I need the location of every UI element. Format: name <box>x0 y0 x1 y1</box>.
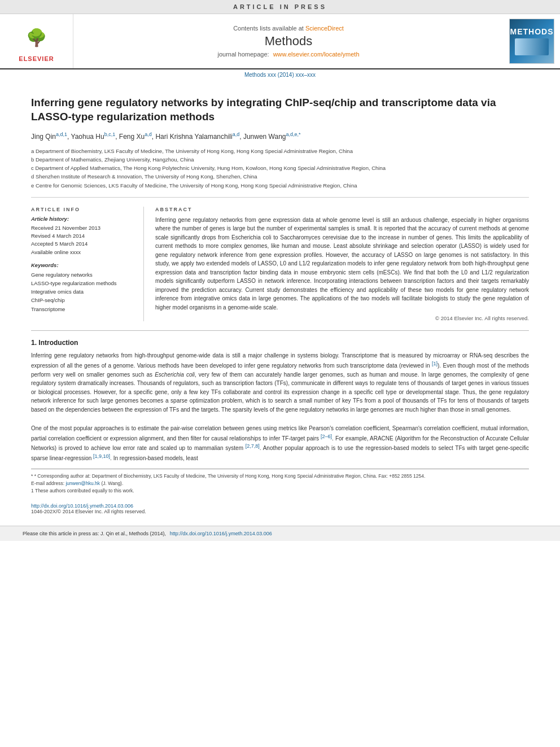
doi-link[interactable]: http://dx.doi.org/10.1016/j.ymeth.2014.0… <box>31 503 133 509</box>
revised-date: Revised 4 March 2014 <box>31 232 134 240</box>
journal-homepage: journal homepage: www.elsevier.com/locat… <box>217 51 359 58</box>
homepage-url: www.elsevier.com/locate/ymeth <box>273 51 360 58</box>
abstract-text: Inferring gene regulatory networks from … <box>155 216 529 312</box>
intro-paragraph-2: One of the most popular approaches is to… <box>31 424 529 463</box>
author-yaohua-hu: Yaohua Hub,c,1, <box>71 133 119 141</box>
ref-1-9-10: [1,9,10] <box>93 453 110 459</box>
footnote-email-line: E-mail address: junwen@hku.hk (J. Wang). <box>31 480 529 487</box>
keywords-label: Keywords: <box>31 262 134 268</box>
bottom-doi-link: http://dx.doi.org/10.1016/j.ymeth.2014.0… <box>31 503 529 509</box>
main-content: Inferring gene regulatory networks by in… <box>0 79 560 526</box>
author-feng-xu: Feng Xua,d, <box>119 133 156 141</box>
affiliation-a: a Department of Biochemistry, LKS Facult… <box>31 147 529 155</box>
ref-2-7-8: [2,7,8] <box>246 443 260 449</box>
copyright-line: © 2014 Elsevier Inc. All rights reserved… <box>155 315 529 321</box>
article-history-label: Article history: <box>31 216 134 222</box>
author-hari-krishna: Hari Krishna Yalamanchilia,d, <box>155 133 243 141</box>
author-jing-qin: Jing Qina,d,1, <box>31 133 71 141</box>
footnote-email-link[interactable]: junwen@hku.hk <box>65 480 100 486</box>
article-title: Inferring gene regulatory networks by in… <box>31 96 529 124</box>
keyword-2: LASSO-type regularization methods <box>31 279 134 287</box>
cite-bar: Please cite this article in press as: J.… <box>0 526 560 541</box>
abstract-section-label: ABSTRACT <box>155 207 529 212</box>
homepage-label: journal homepage: <box>217 51 269 58</box>
abstract-column: ABSTRACT Inferring gene regulatory netwo… <box>155 207 529 322</box>
elsevier-logo-area: 🌳 ELSEVIER <box>0 14 73 68</box>
header-area: 🌳 ELSEVIER Contents lists available at S… <box>0 14 560 69</box>
bottom-issn: 1046-202X/© 2014 Elsevier Inc. All right… <box>31 509 529 514</box>
footnote-corresponding-text: * Corresponding author at: Department of… <box>34 473 426 479</box>
tree-icon: 🌳 <box>26 28 47 47</box>
keyword-3: Integrative omics data <box>31 287 134 296</box>
section-divider <box>31 330 529 331</box>
article-info-column: ARTICLE INFO Article history: Received 2… <box>31 207 144 322</box>
available-online: Available online xxxx <box>31 248 134 256</box>
intro-paragraph-1: Inferring gene regulatory networks from … <box>31 351 529 414</box>
cite-bar-text: Please cite this article in press as: J.… <box>23 531 166 536</box>
footnote-area: * * Corresponding author at: Department … <box>31 469 529 494</box>
introduction-heading: 1. Introduction <box>31 339 529 347</box>
author-junwen-wang: Junwen Wanga,d,e,* <box>243 133 301 141</box>
banner-text: ARTICLE IN PRESS <box>233 3 327 10</box>
authors-line: Jing Qina,d,1, Yaohua Hub,c,1, Feng Xua,… <box>31 130 529 142</box>
ref-1: [1] <box>432 361 438 366</box>
keyword-1: Gene regulatory networks <box>31 270 134 279</box>
logo-image: 🌳 <box>11 20 62 54</box>
contents-label: Contents lists available at <box>233 25 304 32</box>
keyword-5: Transcriptome <box>31 305 134 313</box>
doi-line: Methods xxx (2014) xxx–xxx <box>0 69 560 79</box>
affiliations: a Department of Biochemistry, LKS Facult… <box>31 147 529 198</box>
methods-cover: METHODS <box>509 19 554 64</box>
affiliation-d: d Shenzhen Institute of Research & Innov… <box>31 173 529 181</box>
footnote-corresponding: * * Corresponding author at: Department … <box>31 473 529 480</box>
elsevier-wordmark: ELSEVIER <box>19 55 54 62</box>
affiliation-e: e Centre for Genomic Sciences, LKS Facul… <box>31 182 529 190</box>
introduction-section: 1. Introduction Inferring gene regulator… <box>31 339 529 494</box>
accepted-date: Accepted 5 March 2014 <box>31 240 134 248</box>
affiliation-c: c Department of Applied Mathematics, The… <box>31 164 529 172</box>
footnote-email-name: (J. Wang). <box>101 480 123 486</box>
received-date: Received 21 November 2013 <box>31 224 134 232</box>
intro-col-left: 1. Introduction Inferring gene regulator… <box>31 339 529 494</box>
bottom-doi-section: http://dx.doi.org/10.1016/j.ymeth.2014.0… <box>31 503 529 514</box>
two-column-section: ARTICLE INFO Article history: Received 2… <box>31 207 529 322</box>
sciencedirect-link[interactable]: ScienceDirect <box>305 25 344 32</box>
methods-cover-area: METHODS <box>504 14 560 68</box>
elsevier-logo: 🌳 ELSEVIER <box>11 20 62 62</box>
journal-header-center: Contents lists available at ScienceDirec… <box>73 14 504 68</box>
keywords-section: Keywords: Gene regulatory networks LASSO… <box>31 262 134 313</box>
article-info-section-label: ARTICLE INFO <box>31 207 134 212</box>
article-in-press-banner: ARTICLE IN PRESS <box>0 0 560 14</box>
methods-cover-text: METHODS <box>510 27 554 36</box>
page: ARTICLE IN PRESS 🌳 ELSEVIER Contents lis… <box>0 0 560 747</box>
journal-title: Methods <box>265 34 312 49</box>
keyword-4: ChIP-seq/chip <box>31 296 134 304</box>
affiliation-b: b Department of Mathematics, Zhejiang Un… <box>31 156 529 164</box>
sciencedirect-line: Contents lists available at ScienceDirec… <box>233 25 344 32</box>
footnote-email-label: E-mail address: <box>31 480 64 486</box>
ref-2-6: [2–6] <box>321 434 332 439</box>
cite-bar-link[interactable]: http://dx.doi.org/10.1016/j.ymeth.2014.0… <box>170 531 272 536</box>
footnote-equal-contrib: 1 These authors contributed equally to t… <box>31 487 529 495</box>
